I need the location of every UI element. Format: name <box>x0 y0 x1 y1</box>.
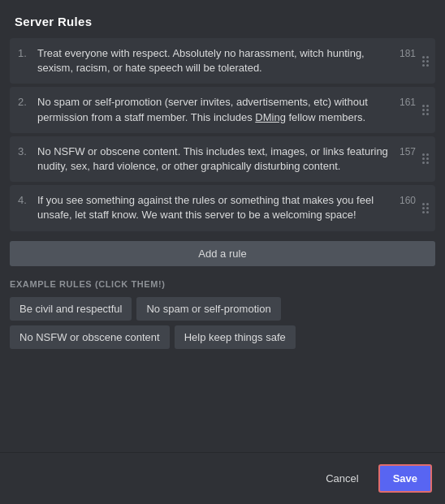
drag-handle-2[interactable] <box>422 105 429 115</box>
example-tag-0[interactable]: Be civil and respectful <box>10 297 132 321</box>
save-button[interactable]: Save <box>378 464 432 493</box>
rule-number-2: 2. <box>18 96 31 108</box>
footer: Cancel Save <box>0 452 445 504</box>
table-row: 2. No spam or self-promotion (server inv… <box>10 87 435 132</box>
example-tag-2[interactable]: No NSFW or obscene content <box>10 325 170 349</box>
example-label: EXAMPLE RULES (CLICK THEM!) <box>10 279 435 289</box>
rule-text-2: No spam or self-promotion (server invite… <box>37 95 388 124</box>
rule-count-1: 181 <box>400 48 416 59</box>
example-tag-3[interactable]: Help keep things safe <box>175 325 296 349</box>
table-row: 1. Treat everyone with respect. Absolute… <box>10 38 435 84</box>
drag-handle-3[interactable] <box>422 153 429 164</box>
table-row: 4. If you see something against the rule… <box>10 185 435 230</box>
drag-handle-1[interactable] <box>422 56 429 67</box>
cancel-button[interactable]: Cancel <box>314 466 369 491</box>
example-tags-container: Be civil and respectful No spam or self-… <box>10 297 435 349</box>
page-title: Server Rules <box>0 0 445 38</box>
add-rule-button[interactable]: Add a rule <box>10 241 435 266</box>
rule-number-4: 4. <box>18 194 31 206</box>
rule-count-3: 157 <box>400 146 416 157</box>
rule-text-4: If you see something against the rules o… <box>37 193 388 222</box>
table-row: 3. No NSFW or obscene content. This incl… <box>10 136 435 182</box>
drag-handle-4[interactable] <box>422 203 429 213</box>
rule-number-3: 3. <box>18 145 31 157</box>
example-section: EXAMPLE RULES (CLICK THEM!) Be civil and… <box>0 279 445 349</box>
rule-count-2: 161 <box>400 97 416 108</box>
rule-text-1: Treat everyone with respect. Absolutely … <box>37 46 388 75</box>
rule-count-4: 160 <box>400 195 416 206</box>
rule-number-1: 1. <box>18 47 31 59</box>
rules-list: 1. Treat everyone with respect. Absolute… <box>0 38 445 231</box>
rule-text-3: No NSFW or obscene content. This include… <box>37 144 388 174</box>
example-tag-1[interactable]: No spam or self-promotion <box>136 297 280 321</box>
